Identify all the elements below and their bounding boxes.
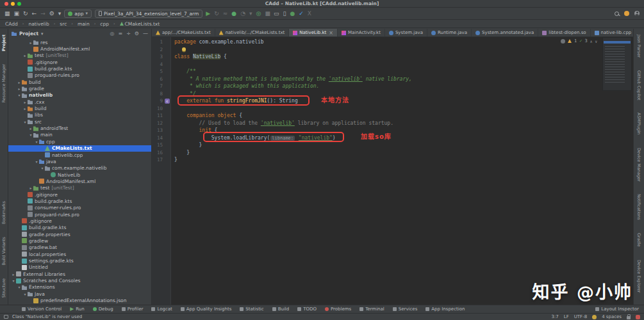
build-dropdown-caret-icon[interactable]: ▾ xyxy=(58,11,62,17)
toolwindow-button-terminal[interactable]: Terminal xyxy=(359,307,384,312)
chevron-icon[interactable]: ▾ xyxy=(11,278,16,283)
toolwindow-button-debug[interactable]: Debug xyxy=(93,307,113,312)
apply-changes-icon[interactable]: ↻ xyxy=(214,11,219,17)
locate-icon[interactable]: ◎ xyxy=(110,31,114,36)
tool-stripe-item-github-copilot[interactable]: Github Copilot xyxy=(636,70,641,100)
tree-item-gradle[interactable]: ▸gradle xyxy=(8,85,151,92)
code-checks-icon[interactable]: ✓ xyxy=(299,11,304,17)
settings-icon[interactable]: ⚙ xyxy=(135,31,139,36)
toolwindow-button-version-control[interactable]: Version Control xyxy=(22,307,62,312)
toolwindow-button-app-inspection[interactable]: App Inspection xyxy=(425,307,465,312)
run-config-selector[interactable]: app ▾ xyxy=(64,10,92,18)
code-line[interactable]: } xyxy=(174,149,633,157)
chevron-icon[interactable]: ▾ xyxy=(22,120,28,124)
tool-stripe-item-notifications[interactable]: Notifications xyxy=(636,194,641,220)
chevron-icon[interactable]: ▾ xyxy=(34,140,39,144)
emoji-feedback-icon[interactable] xyxy=(592,315,597,319)
next-highlight-icon[interactable]: ∨ xyxy=(595,39,597,44)
close-icon[interactable]: × xyxy=(329,30,333,36)
tree-item-predefinedexternalannotations-json[interactable]: predefinedExternalAnnotations.json xyxy=(8,297,151,303)
code-line[interactable]: } xyxy=(174,141,633,149)
tree-item-com-example-nativelib[interactable]: ▾com.example.nativelib xyxy=(8,165,151,172)
tree-item-settings-gradle-kts[interactable]: settings.gradle.kts xyxy=(8,257,151,264)
search-icon[interactable] xyxy=(615,12,619,16)
tree-item-androidtest[interactable]: ▸androidTest xyxy=(8,125,151,131)
tree-item-gradlew-bat[interactable]: gradlew.bat xyxy=(8,244,151,251)
code-line[interactable]: companion object { xyxy=(174,112,633,120)
tree-item-build-gradle-kts[interactable]: build.gradle.kts xyxy=(8,198,151,204)
code-line[interactable] xyxy=(174,61,633,68)
tree-item-cpp[interactable]: ▾cpp xyxy=(8,138,151,145)
code-line[interactable]: external fun stringFromJNI(): String xyxy=(174,97,633,105)
stop-icon[interactable]: ■ xyxy=(265,11,270,17)
breadcrumb-item[interactable]: CAdd xyxy=(5,21,18,27)
tab-nativelib-kt[interactable]: NativeLib.kt× xyxy=(289,29,338,36)
tree-item-proguard-rules-pro[interactable]: proguard-rules.pro xyxy=(8,72,151,79)
chevron-icon[interactable]: ▾ xyxy=(22,292,28,296)
collapse-all-icon[interactable]: ÷ xyxy=(126,31,131,36)
tool-stripe-item-build-variants[interactable]: Build Variants xyxy=(1,237,6,266)
tree-item-untitled[interactable]: Untitled xyxy=(8,264,151,271)
tree-item-test[interactable]: ▸test[unitTest] xyxy=(8,52,151,59)
tool-stripe-item-bookmarks[interactable]: Bookmarks xyxy=(1,201,6,224)
back-icon[interactable]: ← xyxy=(32,11,37,17)
tree-item-build[interactable]: ▸build xyxy=(8,79,151,85)
tree-item-main[interactable]: ▾main xyxy=(8,132,151,138)
tree-item--gitignore[interactable]: .gitignore xyxy=(8,218,151,224)
chevron-icon[interactable]: ▾ xyxy=(17,93,22,97)
tree-item-extensions[interactable]: ▾Extensions xyxy=(8,284,151,291)
tab-mainactivity-kt[interactable]: MainActivity.kt xyxy=(338,29,385,36)
tool-stripe-item-project[interactable]: Project xyxy=(1,35,6,51)
tool-windows-toggle-icon[interactable] xyxy=(4,315,8,319)
code-line[interactable]: class NativeLib { xyxy=(174,53,633,61)
toolwindow-button-profiler[interactable]: Profiler xyxy=(122,307,144,312)
chevron-icon[interactable]: ▾ xyxy=(28,132,33,137)
debug-icon[interactable]: ● xyxy=(231,11,236,17)
tree-item-scratches-and-consoles[interactable]: ▾Scratches and Consoles xyxy=(8,277,151,284)
device-selector[interactable]: Pixel_3a_API_34_extension_level_7_arm xyxy=(95,10,202,18)
indent-setting[interactable]: 4 spaces xyxy=(602,314,622,319)
code-line[interactable] xyxy=(174,46,633,54)
tab-system-annotated-java[interactable]: System.annotated.java xyxy=(472,29,538,36)
chevron-icon[interactable]: ▸ xyxy=(22,100,28,104)
code-minimap[interactable] xyxy=(602,37,632,91)
tab-libtest-dlopen-so[interactable]: libtest-dlopen.so xyxy=(538,29,590,36)
breadcrumb-item[interactable]: src xyxy=(60,21,67,27)
toolwindow-button-layout-inspector[interactable]: Layout Inspector xyxy=(595,307,644,312)
apply-code-changes-icon[interactable]: ≈ xyxy=(223,11,228,17)
tree-item--cxx[interactable]: ▸.cxx xyxy=(8,99,151,105)
tool-stripe-item-device-manager[interactable]: Device Manager xyxy=(636,148,641,182)
tree-item-nativelib[interactable]: NativeLib xyxy=(8,172,151,178)
toolwindow-button-todo[interactable]: TODO xyxy=(297,307,317,312)
forward-icon[interactable]: → xyxy=(40,11,45,17)
coverage-icon[interactable]: ◎ xyxy=(256,11,261,17)
intention-bulb-icon[interactable] xyxy=(182,47,186,51)
device-mirroring-icon[interactable]: ▭ xyxy=(274,11,279,17)
toolwindow-button-logcat[interactable]: Logcat xyxy=(151,307,172,312)
tree-item-cmakelists-txt[interactable]: CMakeLists.txt xyxy=(8,145,151,152)
tree-item-test[interactable]: ▸test[unitTest] xyxy=(8,185,151,191)
tool-stripe-item-json-parser[interactable]: Json Parser xyxy=(636,35,641,58)
chevron-icon[interactable]: ▸ xyxy=(28,126,33,131)
toolwindow-button-run[interactable]: Run xyxy=(70,307,84,312)
tab-nativelib-cmakelists-txt[interactable]: nativelib/.../CMakeLists.txt xyxy=(215,29,290,36)
gradle-sync-ok-icon[interactable]: ● xyxy=(290,11,295,17)
tab-runtime-java[interactable]: Runtime.java xyxy=(427,29,472,36)
tool-stripe-item-gradle[interactable]: Gradle xyxy=(636,233,641,247)
code-line[interactable]: */ xyxy=(174,90,633,98)
tree-item-androidmanifest-xml[interactable]: AndroidManifest.xml xyxy=(8,45,151,52)
tool-stripe-item-resource-manager[interactable]: Resource Manager xyxy=(1,64,6,102)
tool-stripe-item-device-explorer[interactable]: Device Explorer xyxy=(636,260,641,292)
chevron-icon[interactable]: ▸ xyxy=(11,272,16,276)
tab-native-lib-cpp[interactable]: native-lib.cpp xyxy=(591,29,633,36)
lock-icon[interactable] xyxy=(627,316,631,319)
tree-item-gradle-properties[interactable]: gradle.properties xyxy=(8,231,151,237)
save-all-icon[interactable]: ▣ xyxy=(14,11,20,17)
tool-stripe-item-structure[interactable]: Structure xyxy=(1,278,6,298)
project-panel-title[interactable]: Project xyxy=(19,31,38,36)
code-line[interactable]: } xyxy=(174,156,633,164)
chevron-icon[interactable]: ▸ xyxy=(17,86,22,91)
minimize-window-icon[interactable] xyxy=(11,2,15,6)
inspections-widget[interactable]: 1 ✓ 3 ∧ ∨ xyxy=(561,38,597,44)
tree-item-src[interactable]: ▾src xyxy=(8,118,151,125)
